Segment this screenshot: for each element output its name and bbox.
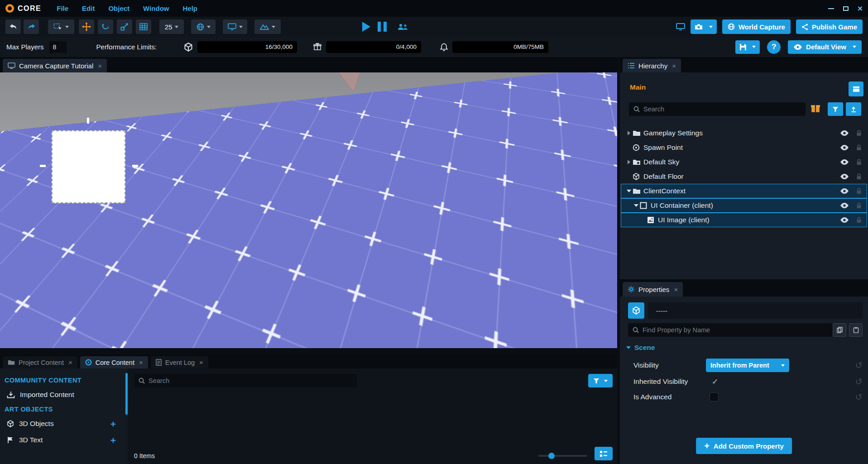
lock-toggle[interactable] (856, 173, 862, 180)
lock-toggle[interactable] (856, 202, 862, 209)
visibility-toggle[interactable] (840, 188, 849, 194)
close-icon[interactable]: × (68, 359, 72, 366)
expander-icon[interactable] (625, 190, 633, 192)
publish-game-button[interactable]: Publish Game (796, 19, 863, 34)
content-filter-dropdown[interactable] (588, 374, 613, 387)
max-players-input[interactable] (49, 41, 67, 53)
screen-mode-dropdown[interactable] (223, 19, 247, 34)
lock-toggle[interactable] (856, 130, 862, 136)
close-icon[interactable]: × (858, 4, 863, 13)
screenshot-dropdown[interactable] (691, 19, 717, 34)
add-custom-property-button[interactable]: + Add Custom Property (696, 438, 792, 454)
world-space-dropdown[interactable] (191, 19, 216, 34)
menu-file[interactable]: File (57, 5, 68, 12)
visibility-toggle[interactable] (840, 145, 849, 150)
tree-item-spawn-point[interactable]: Spawn Point (621, 140, 867, 155)
close-icon[interactable]: × (139, 359, 143, 366)
community-content-icon[interactable] (810, 104, 820, 113)
visibility-dropdown[interactable]: Inherit from Parent (706, 359, 789, 372)
multiplayer-preview-button[interactable] (398, 24, 408, 30)
ui-handle-top[interactable] (87, 118, 89, 124)
save-dropdown-button[interactable] (735, 40, 760, 54)
content-search[interactable] (134, 374, 357, 387)
tree-item-default-floor[interactable]: Default Floor (621, 169, 867, 184)
ui-handle-left[interactable] (40, 165, 46, 167)
visibility-toggle[interactable] (840, 217, 849, 223)
tab-camera-capture-tutorial[interactable]: Camera Capture Tutorial × (3, 59, 107, 72)
close-icon[interactable]: × (98, 62, 102, 70)
lock-toggle[interactable] (856, 188, 862, 194)
property-search[interactable] (628, 323, 833, 337)
grid-snap-button[interactable] (136, 19, 151, 34)
sidebar-item-imported-content[interactable]: Imported Content (0, 387, 128, 403)
ui-handle-right[interactable] (132, 165, 138, 167)
menu-window[interactable]: Window (143, 5, 169, 12)
expander-icon[interactable] (633, 204, 640, 207)
content-search-input[interactable] (149, 377, 357, 384)
selection-mode-dropdown[interactable] (48, 19, 74, 34)
paste-properties-button[interactable] (849, 323, 863, 337)
world-capture-button[interactable]: World Capture (722, 19, 791, 34)
tree-item-clientcontext[interactable]: ClientContext (621, 184, 867, 198)
ui-container-preview[interactable] (52, 130, 125, 203)
close-icon[interactable]: × (672, 62, 676, 70)
tree-item-ui-image[interactable]: UI Image (client) (621, 213, 867, 227)
tab-properties[interactable]: Properties × (623, 282, 683, 297)
terrain-tool-dropdown[interactable] (254, 19, 281, 34)
reset-property-icon[interactable]: ↺ (855, 361, 863, 370)
menu-help[interactable]: Help (182, 5, 197, 12)
pause-button[interactable] (378, 22, 387, 32)
sidebar-item-3d-objects[interactable]: 3D Objects + (0, 416, 128, 432)
reset-property-icon[interactable]: ↺ (855, 377, 863, 386)
rotate-tool-button[interactable] (98, 19, 113, 34)
play-button[interactable] (362, 22, 370, 32)
slider-knob[interactable] (548, 453, 555, 459)
shared-screen-button[interactable] (676, 23, 685, 30)
tree-item-ui-container[interactable]: UI Container (client) (621, 198, 867, 213)
sidebar-item-3d-text[interactable]: 3D Text + (0, 432, 128, 448)
minimize-icon[interactable] (828, 8, 834, 9)
object-type-button[interactable] (628, 302, 644, 319)
hierarchy-export-button[interactable] (846, 102, 861, 116)
visibility-toggle[interactable] (840, 130, 849, 136)
redo-button[interactable] (24, 19, 39, 34)
move-tool-button[interactable] (79, 19, 94, 34)
visibility-toggle[interactable] (840, 159, 849, 165)
visibility-toggle[interactable] (840, 174, 849, 179)
add-icon[interactable]: + (110, 419, 116, 429)
lock-toggle[interactable] (856, 144, 862, 151)
visibility-toggle[interactable] (840, 203, 849, 208)
thumbnail-size-slider[interactable] (538, 455, 587, 457)
is-advanced-checkbox[interactable] (710, 392, 719, 402)
tree-item-gameplay-settings[interactable]: Gameplay Settings (621, 126, 867, 140)
hierarchy-filter-button[interactable] (828, 102, 843, 116)
tab-event-log[interactable]: Event Log × (151, 356, 208, 368)
hierarchy-search-input[interactable] (643, 105, 806, 113)
scene-manager-button[interactable] (849, 81, 863, 96)
add-icon[interactable]: + (110, 435, 116, 445)
expander-icon[interactable] (625, 160, 633, 164)
undo-button[interactable] (5, 19, 21, 34)
close-icon[interactable]: × (199, 359, 203, 366)
default-view-dropdown[interactable]: Default View (788, 40, 862, 54)
property-search-input[interactable] (643, 326, 833, 334)
section-scene[interactable]: Scene (626, 344, 655, 352)
grid-view-button[interactable] (595, 447, 613, 460)
hierarchy-search[interactable] (629, 102, 806, 116)
tree-item-default-sky[interactable]: Default Sky (621, 155, 867, 169)
tab-hierarchy[interactable]: Hierarchy × (623, 59, 681, 72)
copy-properties-button[interactable] (833, 323, 846, 337)
tab-project-content[interactable]: Project Content × (3, 356, 77, 368)
help-button[interactable]: ? (767, 40, 781, 54)
viewport-3d[interactable]: x y z (0, 72, 617, 348)
spawn-point-gizmo[interactable] (294, 194, 322, 242)
lock-toggle[interactable] (856, 217, 862, 223)
reset-property-icon[interactable]: ↺ (855, 392, 863, 402)
tab-core-content[interactable]: Core Content × (80, 356, 148, 368)
menu-object[interactable]: Object (108, 5, 129, 12)
expander-icon[interactable] (625, 131, 633, 135)
lock-toggle[interactable] (856, 159, 862, 165)
close-icon[interactable]: × (674, 286, 678, 293)
menu-edit[interactable]: Edit (82, 5, 95, 12)
scale-tool-button[interactable] (117, 19, 132, 34)
